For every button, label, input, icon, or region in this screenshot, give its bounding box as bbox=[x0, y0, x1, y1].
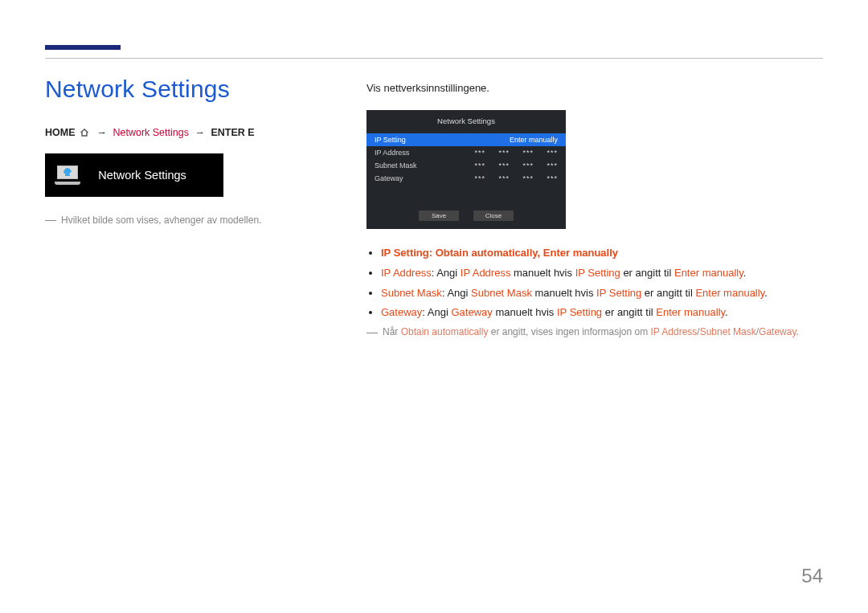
bullet-list: IP Setting: Obtain automatically, Enter … bbox=[366, 245, 825, 321]
bullet-ip-address: IP Address: Angi IP Address manuelt hvis… bbox=[381, 265, 825, 282]
octet: *** bbox=[518, 149, 534, 157]
text: Enter manually bbox=[695, 287, 764, 299]
text: IP Address bbox=[651, 326, 698, 337]
text: IP Address bbox=[461, 267, 511, 279]
right-column: Vis nettverksinnstillingene. Network Set… bbox=[366, 82, 825, 337]
text: Gateway bbox=[451, 306, 492, 318]
osd-ip-setting-label: IP Setting bbox=[375, 136, 406, 144]
text: Gateway bbox=[759, 326, 796, 337]
octet: *** bbox=[469, 161, 485, 170]
osd-row-value: *** *** *** *** bbox=[432, 149, 558, 157]
breadcrumb: HOME → Network Settings → ENTER E bbox=[45, 127, 334, 139]
network-settings-tile: Network Settings bbox=[45, 153, 223, 197]
osd-preview: Network Settings IP Setting Enter manual… bbox=[366, 110, 566, 229]
osd-row-ip-address: IP Address *** *** *** *** bbox=[366, 146, 566, 159]
osd-close-button: Close bbox=[473, 210, 514, 221]
text: IP Setting bbox=[381, 247, 429, 259]
obtain-auto-note: Når Obtain automatically er angitt, vise… bbox=[366, 326, 825, 337]
text: IP Setting bbox=[596, 287, 641, 299]
arrow-icon: → bbox=[96, 127, 107, 138]
osd-save-button: Save bbox=[419, 210, 459, 221]
osd-row-key: Subnet Mask bbox=[375, 161, 432, 170]
osd-row-key: IP Address bbox=[375, 149, 432, 157]
text: Enter manually bbox=[656, 306, 725, 318]
osd-row-gateway: Gateway *** *** *** *** bbox=[366, 172, 566, 185]
tile-label: Network Settings bbox=[92, 169, 214, 182]
page-number: 54 bbox=[801, 565, 823, 587]
text: Gateway bbox=[381, 306, 422, 318]
intro-text: Vis nettverksinnstillingene. bbox=[366, 82, 825, 94]
octet: *** bbox=[518, 174, 534, 182]
bullet-ip-setting: IP Setting: Obtain automatically, Enter … bbox=[381, 245, 825, 262]
osd-ip-setting-value: Enter manually bbox=[510, 136, 558, 144]
octet: *** bbox=[493, 161, 510, 170]
osd-row-value: *** *** *** *** bbox=[432, 161, 558, 170]
text: IP Setting bbox=[557, 306, 602, 318]
text: . bbox=[796, 326, 799, 337]
text: manuelt hvis bbox=[532, 287, 596, 299]
footnote-text: Hvilket bilde som vises, avhenger av mod… bbox=[61, 215, 261, 226]
octet: *** bbox=[542, 174, 558, 182]
text: . bbox=[764, 287, 768, 299]
text: er angitt til bbox=[602, 306, 656, 318]
text: er angitt til bbox=[641, 287, 695, 299]
model-footnote: Hvilket bilde som vises, avhenger av mod… bbox=[45, 215, 334, 226]
text: : Angi bbox=[432, 267, 461, 279]
text: er angitt, vises ingen informasjon om bbox=[488, 326, 650, 337]
osd-highlight-row: IP Setting Enter manually bbox=[366, 133, 566, 146]
text: , bbox=[538, 247, 543, 259]
breadcrumb-enter: ENTER E bbox=[211, 127, 254, 138]
page-title: Network Settings bbox=[45, 76, 334, 103]
section-accent-bar bbox=[45, 45, 121, 50]
text: er angitt til bbox=[620, 267, 674, 279]
text: Subnet Mask bbox=[381, 287, 442, 299]
text: Enter manually bbox=[543, 247, 618, 259]
osd-row-subnet-mask: Subnet Mask *** *** *** *** bbox=[366, 159, 566, 172]
text: Subnet Mask bbox=[471, 287, 532, 299]
octet: *** bbox=[469, 149, 485, 157]
dash-icon bbox=[366, 333, 378, 333]
arrow-icon: → bbox=[194, 127, 205, 138]
text: : Angi bbox=[422, 306, 451, 318]
text: Subnet Mask bbox=[700, 326, 756, 337]
osd-button-row: Save Close bbox=[366, 210, 566, 221]
text: : Angi bbox=[442, 287, 471, 299]
text: . bbox=[725, 306, 728, 318]
bullet-subnet-mask: Subnet Mask: Angi Subnet Mask manuelt hv… bbox=[381, 285, 825, 302]
text: Obtain automatically bbox=[401, 326, 489, 337]
top-divider bbox=[45, 58, 823, 59]
text: IP Setting bbox=[575, 267, 620, 279]
octet: *** bbox=[542, 161, 558, 170]
octet: *** bbox=[493, 149, 510, 157]
octet: *** bbox=[518, 161, 534, 170]
text: Når bbox=[383, 326, 401, 337]
home-icon bbox=[80, 128, 89, 139]
text: Enter manually bbox=[674, 267, 743, 279]
osd-row-value: *** *** *** *** bbox=[432, 174, 558, 182]
breadcrumb-home: HOME bbox=[45, 127, 76, 138]
text: . bbox=[743, 267, 747, 279]
osd-row-key: Gateway bbox=[375, 174, 432, 182]
left-column: Network Settings HOME → Network Settings… bbox=[45, 76, 334, 226]
text: Obtain automatically bbox=[436, 247, 538, 259]
text: IP Address bbox=[381, 267, 432, 279]
laptop-wifi-icon bbox=[55, 166, 80, 185]
octet: *** bbox=[493, 174, 510, 182]
octet: *** bbox=[542, 149, 558, 157]
octet: *** bbox=[469, 174, 485, 182]
osd-title: Network Settings bbox=[366, 116, 566, 125]
bullet-gateway: Gateway: Angi Gateway manuelt hvis IP Se… bbox=[381, 304, 825, 321]
text: manuelt hvis bbox=[510, 267, 575, 279]
breadcrumb-network-settings: Network Settings bbox=[113, 127, 188, 138]
text: : bbox=[429, 247, 436, 259]
dash-icon bbox=[45, 220, 56, 221]
text: manuelt hvis bbox=[493, 306, 557, 318]
